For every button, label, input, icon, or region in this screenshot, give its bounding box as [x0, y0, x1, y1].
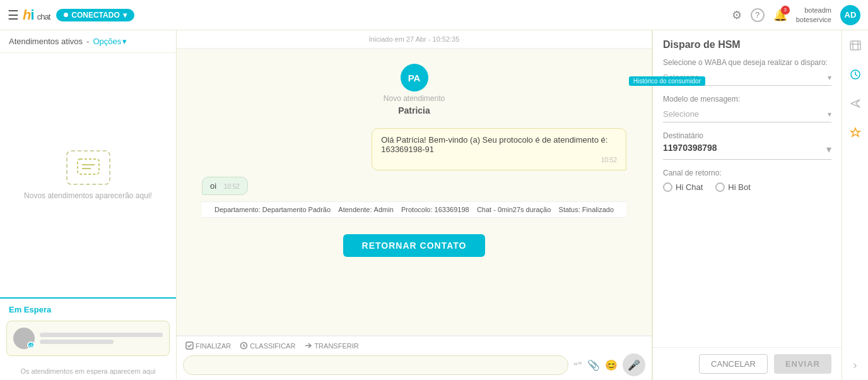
waiting-empty-text: Os atendimentos em espera aparecem aqui	[0, 362, 176, 380]
chat-input[interactable]	[183, 355, 568, 375]
contact-avatar: PA	[401, 64, 428, 92]
destinatario-value: 11970398798	[663, 143, 717, 153]
gear-icon[interactable]: ⚙	[732, 8, 742, 22]
new-attendance-label: Novo atendimento	[384, 94, 445, 103]
icon-strip: ›	[842, 30, 868, 380]
bell-icon[interactable]: 🔔 3	[773, 8, 787, 22]
msg-info-bar: Departamento: Departamento Padrão Atende…	[202, 201, 626, 218]
waba-label: Selecione o WABA que deseja realizar o d…	[663, 58, 831, 67]
user-service: boteservice	[796, 15, 831, 24]
waba-select-arrow-icon: ▾	[828, 73, 831, 82]
notification-badge: 3	[781, 6, 790, 15]
finalizar-button[interactable]: FINALIZAR	[185, 341, 231, 350]
sidebar: Atendimentos ativos - Opções ▾ Novos ate…	[0, 30, 177, 380]
chat-input-area: FINALIZAR CLASSIFICAR TRANSFERIR ❝❞ 📎 😊	[177, 335, 652, 380]
destinatario-arrow-icon: ▾	[826, 143, 831, 155]
info-status-label: Status:	[559, 206, 580, 213]
chat-actions: FINALIZAR CLASSIFICAR TRANSFERIR	[183, 340, 645, 351]
chat-input-icons: ❝❞ 📎 😊	[573, 359, 618, 371]
active-attendances-label: Atendimentos ativos	[9, 37, 83, 46]
info-chat-label: Chat -	[477, 206, 496, 213]
help-icon[interactable]: ?	[751, 8, 765, 22]
transferir-button[interactable]: TRANSFERIR	[304, 341, 358, 350]
logo-area: ☰ hi chat	[8, 7, 50, 23]
bubble-time: 10:52	[381, 157, 617, 163]
waiting-lines	[40, 333, 163, 344]
options-button[interactable]: Opções ▾	[93, 37, 127, 46]
system-message: PA Novo atendimento Patricia	[202, 64, 626, 116]
info-departamento-value: Departamento Padrão	[262, 206, 331, 213]
chat-header: Iniciado em 27 Abr - 10:52:35	[177, 30, 652, 49]
send-button[interactable]: ENVIAR	[774, 354, 831, 374]
user-name: boteadm	[796, 6, 831, 15]
bubble-left: oi 10:52	[202, 177, 248, 195]
classificar-button[interactable]: CLASSIFICAR	[240, 341, 295, 350]
modelo-select[interactable]: Selecione ▾	[663, 106, 831, 122]
svg-rect-0	[78, 159, 99, 174]
waiting-info	[40, 333, 163, 344]
sidebar-header: Atendimentos ativos - Opções ▾	[0, 30, 176, 53]
bubble-right: Olá Patrícia! Bem-vindo (a) Seu protocol…	[372, 128, 626, 170]
panel-footer: CANCELAR ENVIAR	[653, 347, 842, 380]
status-label: CONECTADO	[71, 11, 119, 20]
chat-messages: PA Novo atendimento Patricia Olá Patríci…	[177, 49, 652, 335]
waiting-avatar: ⏻	[13, 328, 35, 349]
panel-title: Disparo de HSM	[663, 39, 831, 50]
empty-section: Novos atendimentos aparecerão aqui!	[0, 53, 176, 297]
canal-label: Canal de retorno:	[663, 169, 831, 177]
send-button-disabled: 🎤	[623, 353, 645, 376]
attachment-icon[interactable]: 📎	[587, 359, 600, 371]
radio-hi-chat-circle	[663, 182, 672, 192]
mic-icon: 🎤	[628, 359, 640, 371]
radio-hi-bot-label: Hi Bot	[728, 182, 750, 192]
contact-name: Patricia	[398, 105, 430, 116]
info-protocolo-label: Protocolo:	[401, 206, 433, 213]
cancel-button[interactable]: CANCELAR	[699, 354, 768, 374]
main-layout: Atendimentos ativos - Opções ▾ Novos ate…	[0, 30, 868, 380]
info-protocolo-value: 163369198	[435, 206, 469, 213]
options-arrow-icon: ▾	[122, 37, 127, 46]
avatar[interactable]: AD	[840, 5, 860, 25]
chat-timestamp: Iniciado em 27 Abr - 10:52:35	[369, 35, 460, 43]
waiting-card[interactable]: ⏻	[6, 321, 170, 356]
star-icon-btn[interactable]	[845, 122, 865, 143]
waiting-line-2	[40, 340, 114, 344]
emoji-icon[interactable]: 😊	[605, 359, 618, 371]
user-info: boteadm boteservice	[796, 6, 831, 24]
bubble-text: Olá Patrícia! Bem-vindo (a) Seu protocol…	[381, 135, 607, 154]
waiting-line-1	[40, 333, 163, 337]
info-departamento-label: Departamento:	[214, 206, 261, 213]
modelo-select-text: Selecione	[663, 109, 699, 119]
send-icon-btn[interactable]	[845, 93, 865, 114]
contacts-icon-btn[interactable]	[845, 35, 865, 56]
info-chat-value: 0min27s duração	[498, 206, 551, 213]
quote-icon[interactable]: ❝❞	[573, 360, 582, 370]
radio-hi-chat[interactable]: Hi Chat	[663, 182, 703, 192]
chat-input-row: ❝❞ 📎 😊 🎤	[183, 353, 645, 376]
tooltip-badge: Histórico do consumidor	[629, 74, 705, 86]
radio-hi-chat-label: Hi Chat	[676, 182, 703, 192]
info-atendente-label: Atendente:	[338, 206, 372, 213]
retornar-button[interactable]: RETORNAR CONTATO	[343, 234, 486, 257]
dash: -	[86, 37, 89, 46]
hamburger-icon[interactable]: ☰	[8, 8, 19, 23]
empty-box-icon	[66, 150, 110, 185]
left-bubble-text: oi	[210, 181, 216, 191]
history-icon-btn[interactable]	[845, 64, 865, 85]
waiting-label: Em Espera	[0, 301, 176, 314]
status-badge[interactable]: CONECTADO ▾	[56, 9, 134, 21]
canal-radio-group: Hi Chat Hi Bot	[663, 182, 831, 192]
status-arrow-icon: ▾	[123, 11, 127, 20]
retornar-section: RETORNAR CONTATO	[202, 224, 626, 267]
status-dot	[64, 13, 68, 17]
chevron-right-icon-btn[interactable]: ›	[845, 355, 865, 375]
topnav: ☰ hi chat CONECTADO ▾ ⚙ ? 🔔 3 boteadm bo…	[0, 0, 868, 30]
waiting-section: Em Espera ⏻ Os atendimentos em espera ap…	[0, 297, 176, 380]
destinatario-row: 11970398798 ▾	[663, 143, 831, 160]
modelo-select-arrow-icon: ▾	[828, 110, 831, 119]
topnav-icons: ⚙ ? 🔔 3 boteadm boteservice AD	[732, 5, 860, 25]
online-dot: ⏻	[27, 341, 35, 349]
empty-text: Novos atendimentos aparecerão aqui!	[24, 191, 152, 200]
destinatario-label: Destinatário	[663, 131, 831, 140]
radio-hi-bot[interactable]: Hi Bot	[715, 182, 750, 192]
